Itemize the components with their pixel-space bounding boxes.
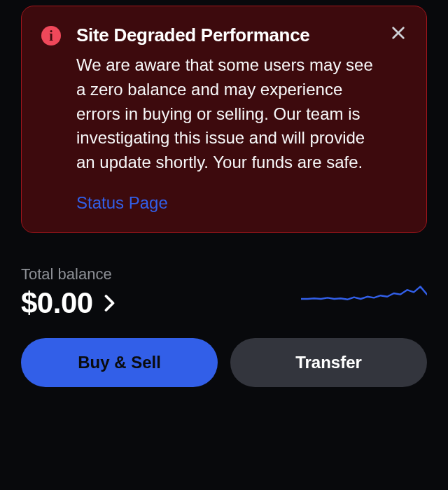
close-icon <box>391 25 406 41</box>
close-button[interactable] <box>387 22 410 44</box>
action-row: Buy & Sell Transfer <box>21 338 427 387</box>
sparkline-chart <box>301 282 427 316</box>
status-page-link[interactable]: Status Page <box>76 193 379 213</box>
balance-button[interactable]: $0.00 <box>21 286 117 320</box>
balance-label: Total balance <box>21 265 117 284</box>
chevron-right-icon <box>103 296 117 310</box>
alert-title: Site Degraded Performance <box>76 24 379 46</box>
buy-sell-button[interactable]: Buy & Sell <box>21 338 218 387</box>
alert-icon-wrap: i <box>41 24 61 213</box>
info-error-icon: i <box>41 26 61 46</box>
transfer-button[interactable]: Transfer <box>230 338 427 387</box>
balance-amount: $0.00 <box>21 286 93 320</box>
alert-banner: i Site Degraded Performance We are aware… <box>21 6 427 233</box>
balance-section: Total balance $0.00 <box>21 265 427 320</box>
alert-body: Site Degraded Performance We are aware t… <box>76 24 407 213</box>
alert-message: We are aware that some users may see a z… <box>76 53 379 175</box>
